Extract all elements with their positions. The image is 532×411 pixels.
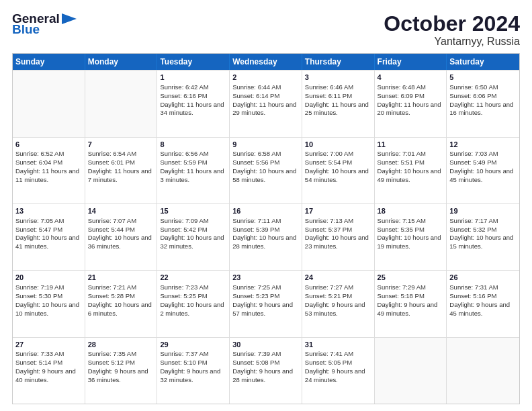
sunrise-text: Sunrise: 7:37 AM [160,350,208,357]
day-number: 20 [15,273,82,283]
daylight-text: Daylight: 9 hours and 24 minutes. [305,367,365,383]
calendar-row-3: 13Sunrise: 7:05 AMSunset: 5:47 PMDayligh… [13,203,519,270]
calendar-cell: 29Sunrise: 7:37 AMSunset: 5:10 PMDayligh… [157,338,230,404]
calendar-cell: 2Sunrise: 6:44 AMSunset: 6:14 PMDaylight… [230,71,302,136]
calendar-cell: 20Sunrise: 7:19 AMSunset: 5:30 PMDayligh… [13,271,85,336]
sunrise-text: Sunrise: 7:21 AM [88,283,136,291]
day-number: 16 [232,206,299,216]
day-number: 18 [378,206,444,216]
calendar-cell: 4Sunrise: 6:48 AMSunset: 6:09 PMDaylight… [375,71,447,136]
day-number: 29 [160,340,226,350]
daylight-text: Daylight: 11 hours and 34 minutes. [160,101,224,117]
sunset-text: Sunset: 5:21 PM [305,292,352,300]
sunrise-text: Sunrise: 6:58 AM [232,150,281,157]
calendar: SundayMondayTuesdayWednesdayThursdayFrid… [12,53,520,404]
sunrise-text: Sunrise: 7:31 AM [449,283,498,291]
daylight-text: Daylight: 10 hours and 23 minutes. [305,234,369,250]
calendar-cell [375,338,447,404]
sunrise-text: Sunrise: 7:01 AM [378,150,426,157]
sunset-text: Sunset: 6:11 PM [305,92,352,99]
sunrise-text: Sunrise: 7:05 AM [15,217,64,224]
calendar-cell: 16Sunrise: 7:11 AMSunset: 5:39 PMDayligh… [230,204,302,270]
sunrise-text: Sunrise: 6:42 AM [160,83,208,91]
sunrise-text: Sunrise: 6:44 AM [232,83,281,91]
calendar-cell: 24Sunrise: 7:27 AMSunset: 5:21 PMDayligh… [302,271,375,336]
header-day-wednesday: Wednesday [230,54,302,70]
calendar-cell: 22Sunrise: 7:23 AMSunset: 5:25 PMDayligh… [157,271,230,336]
logo: General Blue [12,12,77,36]
sunset-text: Sunset: 6:06 PM [449,92,496,99]
daylight-text: Daylight: 10 hours and 10 minutes. [15,301,79,317]
sunrise-text: Sunrise: 7:00 AM [305,150,353,157]
calendar-cell: 28Sunrise: 7:35 AMSunset: 5:12 PMDayligh… [85,338,158,404]
day-number: 4 [378,73,444,83]
sunrise-text: Sunrise: 7:03 AM [449,150,498,157]
day-number: 24 [305,273,371,283]
sunrise-text: Sunrise: 7:19 AM [15,283,64,291]
sunset-text: Sunset: 5:47 PM [15,226,62,233]
sunset-text: Sunset: 5:08 PM [232,359,279,366]
sunset-text: Sunset: 5:14 PM [15,359,62,366]
sunrise-text: Sunrise: 6:54 AM [88,150,136,157]
daylight-text: Daylight: 11 hours and 29 minutes. [232,101,296,117]
daylight-text: Daylight: 10 hours and 15 minutes. [449,234,513,250]
sunset-text: Sunset: 5:39 PM [232,226,279,233]
calendar-cell: 19Sunrise: 7:17 AMSunset: 5:32 PMDayligh… [447,204,519,270]
sunrise-text: Sunrise: 7:39 AM [232,350,281,357]
sunset-text: Sunset: 6:04 PM [15,158,62,166]
calendar-cell [85,71,158,136]
calendar-cell: 12Sunrise: 7:03 AMSunset: 5:49 PMDayligh… [447,138,519,203]
daylight-text: Daylight: 11 hours and 20 minutes. [378,101,441,117]
day-number: 5 [449,73,517,83]
daylight-text: Daylight: 11 hours and 3 minutes. [160,167,224,183]
header-day-saturday: Saturday [447,54,519,70]
sunset-text: Sunset: 5:30 PM [15,292,62,300]
daylight-text: Daylight: 10 hours and 28 minutes. [232,234,296,250]
day-number: 31 [305,340,371,350]
calendar-cell: 23Sunrise: 7:25 AMSunset: 5:23 PMDayligh… [230,271,302,336]
calendar-cell: 25Sunrise: 7:29 AMSunset: 5:18 PMDayligh… [375,271,447,336]
daylight-text: Daylight: 9 hours and 28 minutes. [232,367,293,383]
daylight-text: Daylight: 10 hours and 19 minutes. [378,234,441,250]
sunrise-text: Sunrise: 7:29 AM [378,283,426,291]
title-block: October 2024 Yantarnyy, Russia [384,12,520,48]
calendar-cell: 17Sunrise: 7:13 AMSunset: 5:37 PMDayligh… [302,204,375,270]
daylight-text: Daylight: 10 hours and 49 minutes. [378,167,441,183]
day-number: 23 [232,273,299,283]
location: Yantarnyy, Russia [384,36,520,48]
calendar-cell: 11Sunrise: 7:01 AMSunset: 5:51 PMDayligh… [375,138,447,203]
daylight-text: Daylight: 10 hours and 36 minutes. [88,234,152,250]
daylight-text: Daylight: 11 hours and 7 minutes. [88,167,152,183]
calendar-row-2: 6Sunrise: 6:52 AMSunset: 6:04 PMDaylight… [13,137,519,203]
sunrise-text: Sunrise: 7:35 AM [88,350,136,357]
sunset-text: Sunset: 5:28 PM [88,292,135,300]
calendar-cell: 6Sunrise: 6:52 AMSunset: 6:04 PMDaylight… [13,138,85,203]
sunset-text: Sunset: 6:01 PM [88,158,135,166]
logo-blue-text: Blue [12,23,77,36]
sunset-text: Sunset: 6:14 PM [232,92,279,99]
day-number: 1 [160,73,226,83]
daylight-text: Daylight: 10 hours and 41 minutes. [15,234,79,250]
sunrise-text: Sunrise: 6:52 AM [15,150,64,157]
sunrise-text: Sunrise: 7:15 AM [378,217,426,224]
day-number: 28 [88,340,154,350]
daylight-text: Daylight: 9 hours and 45 minutes. [449,301,510,317]
calendar-cell [13,71,85,136]
calendar-cell: 30Sunrise: 7:39 AMSunset: 5:08 PMDayligh… [230,338,302,404]
day-number: 6 [15,140,82,150]
day-number: 12 [449,140,517,150]
day-number: 13 [15,206,82,216]
sunrise-text: Sunrise: 7:17 AM [449,217,498,224]
header-day-friday: Friday [375,54,447,70]
sunset-text: Sunset: 5:35 PM [378,226,425,233]
calendar-cell: 18Sunrise: 7:15 AMSunset: 5:35 PMDayligh… [375,204,447,270]
day-number: 9 [232,140,299,150]
calendar-cell: 21Sunrise: 7:21 AMSunset: 5:28 PMDayligh… [85,271,158,336]
day-number: 7 [88,140,154,150]
sunset-text: Sunset: 5:54 PM [305,158,352,166]
calendar-cell: 15Sunrise: 7:09 AMSunset: 5:42 PMDayligh… [157,204,230,270]
sunset-text: Sunset: 5:42 PM [160,226,207,233]
day-number: 19 [449,206,517,216]
header-day-monday: Monday [85,54,158,70]
day-number: 27 [15,340,82,350]
